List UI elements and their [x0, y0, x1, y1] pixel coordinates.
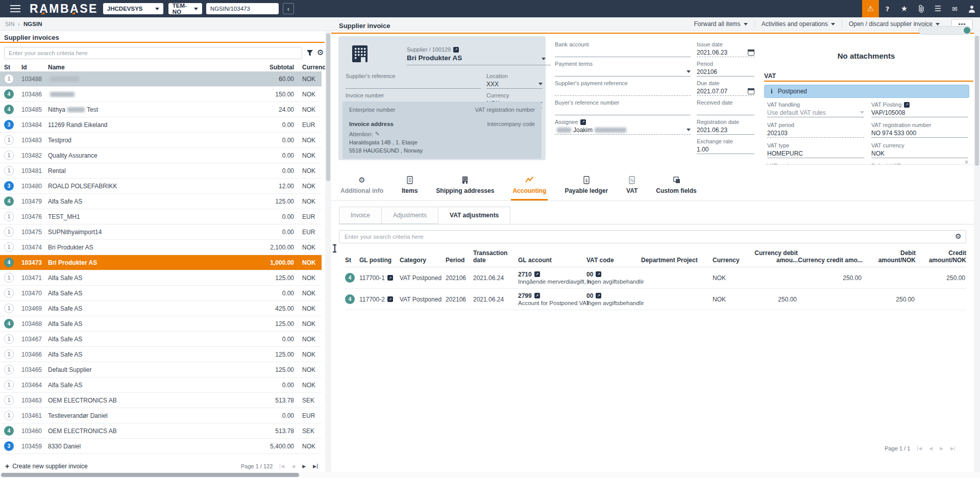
column-header[interactable]: GL account [518, 257, 586, 264]
tab-items[interactable]: Items [400, 175, 419, 200]
list-item[interactable]: 4103473Bri Produkter AS1,000.00NOK [0, 255, 322, 270]
list-item[interactable]: 4103460OEM ELECTRONICS AB513.78SEK [0, 423, 322, 439]
vat-registration-number-field[interactable]: VAT registration numberNO 974 533 000 [871, 122, 968, 138]
table-search-input[interactable] [339, 230, 966, 243]
list-item[interactable]: 1103467Alfa Safe AS0.00NOK [0, 332, 322, 347]
first-page-icon[interactable]: ◀ [917, 446, 922, 451]
list-item[interactable]: 1103476TEST_MH10.00EUR [0, 209, 322, 224]
list-item[interactable]: 310348411269 Randi Eikeland0.00EUR [0, 117, 322, 133]
list-item[interactable]: 1103463OEM ELECTRONICS AB513.78SEK [0, 393, 322, 408]
list-item[interactable]: 1103474Bri Produkter AS2,100.00NOK [0, 240, 322, 255]
tab-custom-fields[interactable]: Custom fields [654, 175, 698, 200]
list-item[interactable]: 1103471Alfa Safe AS125.00NOK [0, 270, 322, 286]
invoice-list-search-input[interactable] [4, 47, 302, 59]
previous-page-icon[interactable]: ◀ [929, 446, 933, 451]
edit-pencil-icon[interactable]: ✎ [375, 131, 379, 137]
table-row[interactable]: 4117700-2↗VAT Postponed2021062021.06.242… [345, 289, 966, 310]
tab-additional-info[interactable]: ⚙Additional info [339, 175, 385, 200]
column-header[interactable]: Credit amount/NOK [916, 249, 966, 264]
mail-icon[interactable]: ✉ [946, 0, 963, 17]
subtab-invoice[interactable]: Invoice [339, 207, 382, 224]
list-item[interactable]: 4103479Alfa Safe AS125.00NOK [0, 194, 322, 209]
suppliers-payment-reference-field[interactable]: Supplier's payment reference [555, 80, 691, 96]
open-link-icon[interactable]: ↗ [596, 293, 601, 298]
open-link-icon[interactable]: ↗ [596, 271, 601, 277]
open-link-icon[interactable]: ↗ [387, 296, 393, 302]
hamburger-menu-icon[interactable] [10, 5, 20, 12]
received-date-field[interactable]: Received date [697, 99, 754, 115]
vat-type-field[interactable]: VAT typeHOMEPURC [767, 142, 864, 158]
vat-handling-field[interactable]: VAT handlingUse default VAT rules [767, 102, 864, 117]
column-header[interactable]: Department [641, 257, 677, 264]
activities-operations-button[interactable]: Activities and operations [755, 20, 842, 28]
open-link-icon[interactable]: ↗ [580, 119, 586, 125]
tab-payable-ledger[interactable]: $Payable ledger [563, 175, 609, 200]
main-scrollbar[interactable] [974, 31, 980, 478]
suppliers-reference-field[interactable]: Supplier's reference [346, 73, 481, 89]
column-header[interactable]: Project [677, 257, 713, 264]
list-item[interactable]: 1103469Alfa Safe AS425.00NOK [0, 301, 322, 316]
table-row[interactable]: 4117700-1↗VAT Postponed2021062021.06.242… [345, 267, 966, 289]
filter-funnel-icon[interactable] [306, 49, 313, 57]
system-select[interactable]: JHCDEVSYS [103, 3, 163, 14]
column-header[interactable]: Transaction date [473, 249, 518, 264]
list-item[interactable]: 31034598330 Daniel5,400.00NOK [0, 439, 322, 454]
list-scrollbar[interactable] [325, 31, 331, 478]
company-select[interactable]: TEM-NO [168, 3, 202, 14]
open-link-icon[interactable]: ↗ [534, 293, 540, 298]
list-item[interactable]: 3103480ROALD POLSEFABRIKK12.00NOK [0, 179, 322, 194]
column-header[interactable]: Currency [713, 257, 740, 264]
vat-currency-field[interactable]: VAT currencyNOK [871, 142, 968, 158]
create-invoice-button[interactable]: + Create new supplier invoice [5, 462, 88, 470]
column-header[interactable]: Period [446, 257, 473, 264]
exchange-rate-field[interactable]: Exchange rate1.00 [697, 138, 754, 154]
table-settings-gear-icon[interactable]: ⚙ [955, 232, 962, 240]
task-list-icon[interactable]: ☰ [929, 0, 946, 17]
list-item[interactable]: 110348860.00NOK [0, 71, 322, 87]
tab-shipping-addresses[interactable]: Shipping addresses [434, 175, 496, 200]
list-item[interactable]: 1103466Alfa Safe AS125.00NOK [0, 347, 322, 362]
buyers-reference-field[interactable]: Buyer's reference number [555, 99, 691, 115]
back-button[interactable]: ‹ [283, 3, 294, 14]
bank-account-field[interactable]: Bank account [555, 41, 691, 57]
list-item[interactable]: 4103468Alfa Safe AS125.00NOK [0, 316, 322, 332]
payment-terms-field[interactable]: Payment terms [555, 61, 691, 77]
due-date-field[interactable]: Due date 2021.07.07 [697, 80, 754, 96]
horizontal-scrollbar[interactable] [0, 472, 980, 478]
open-link-icon[interactable]: ↗ [387, 275, 393, 281]
vat-posting-field[interactable]: VAT Posting↗VAP/105008 [871, 102, 968, 117]
location-field[interactable]: Location XXX [486, 73, 543, 89]
list-item[interactable]: 1103483Testprod0.00NOK [0, 133, 322, 148]
list-item[interactable]: 1103465Default Supplier125.00NOK [0, 362, 322, 378]
column-header[interactable]: Currency credit amo... [798, 257, 863, 264]
tab-vat[interactable]: %VAT [625, 175, 639, 200]
open-link-icon[interactable]: ↗ [534, 271, 540, 277]
previous-page-icon[interactable]: ◀ [291, 464, 295, 469]
list-item[interactable]: 1103481Rental0.00NOK [0, 163, 322, 179]
first-page-icon[interactable]: ◀ [280, 464, 284, 469]
calendar-icon[interactable] [748, 49, 754, 56]
favorites-star-icon[interactable]: ★ [896, 0, 913, 17]
period-field[interactable]: Period202106 [697, 61, 754, 77]
next-page-icon[interactable]: ▶ [302, 464, 306, 469]
vat-period-field[interactable]: VAT period202103 [767, 122, 864, 138]
user-profile-icon[interactable] [963, 0, 980, 17]
list-item[interactable]: 1103470Alfa Safe AS0.00NOK [0, 286, 322, 301]
forward-all-items-button[interactable]: Forward all items [687, 20, 754, 28]
registration-date-field[interactable]: Registration date2021.06.23 [697, 119, 754, 135]
assignee-field[interactable]: Assignee↗ Joakim [555, 119, 691, 135]
next-page-icon[interactable]: ▶ [940, 446, 943, 451]
last-page-icon[interactable]: ▶ [313, 464, 317, 469]
list-item[interactable]: 1103461Testleverandør Daniel0.00EUR [0, 408, 322, 423]
list-item[interactable]: 1103475SUPNithyaimport140.00EUR [0, 224, 322, 240]
list-settings-gear-icon[interactable]: ⚙ [317, 48, 324, 57]
open-link-icon[interactable]: ↗ [453, 47, 459, 53]
global-search-input[interactable] [206, 3, 279, 14]
breadcrumb[interactable]: SIN›NGSIN [5, 21, 42, 27]
column-header[interactable]: Debit amount/NOK [863, 249, 916, 264]
column-header[interactable]: GL posting [359, 257, 400, 264]
list-item[interactable]: 1103482Quality Assurance0.00NOK [0, 148, 322, 163]
issue-date-field[interactable]: Issue date 2021.06.23 [697, 41, 754, 57]
list-item[interactable]: 4103485NithyaTest24.00NOK [0, 102, 322, 117]
column-header[interactable]: St [345, 257, 359, 264]
